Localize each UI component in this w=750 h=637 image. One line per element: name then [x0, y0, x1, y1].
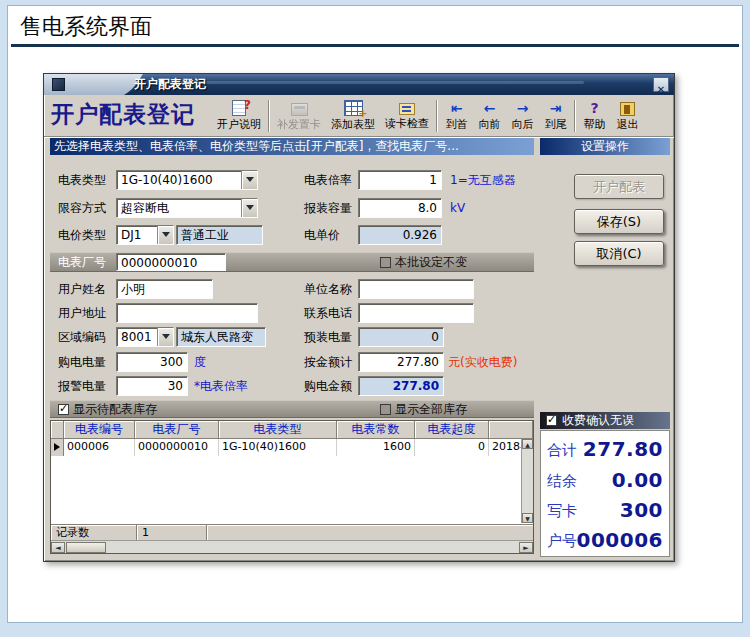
column-header[interactable]: 电表厂号	[135, 421, 219, 439]
user-name-input[interactable]	[116, 279, 213, 299]
chevron-down-icon[interactable]	[241, 199, 257, 217]
alarm-qty-input[interactable]	[116, 376, 188, 396]
area-name-field: 城东人民路变	[176, 327, 266, 347]
toolbar-button-label: 到首	[446, 117, 468, 132]
table-header: 电表编号 电表厂号 电表类型 电表常数 电表起度	[51, 421, 533, 439]
address-label: 用户地址	[58, 303, 106, 323]
install-capacity-input[interactable]	[358, 198, 442, 218]
content-panel: 售电系统界面 开户配表登记 开户配表登记 开户说明	[7, 5, 743, 623]
factory-no-field: 0000000010	[116, 253, 226, 271]
install-capacity-unit: kV	[450, 198, 465, 218]
meter-type-label: 电表类型	[58, 170, 106, 190]
card-icon	[291, 103, 308, 116]
table-cell: 0	[415, 439, 489, 456]
selector-header-cell	[51, 421, 64, 439]
area-code-combo[interactable]: 8001	[116, 327, 174, 347]
table-vertical-scrollbar[interactable]	[521, 439, 533, 523]
table-cell: 0000000010	[135, 439, 219, 456]
summary-value: 0.00	[612, 468, 663, 492]
open-account-help-button[interactable]: 开户说明	[212, 97, 266, 135]
all-stock-checkbox[interactable]: 显示全部库存	[380, 401, 467, 417]
settings-header: 设置操作	[540, 138, 670, 155]
last-icon	[541, 100, 570, 116]
column-header[interactable]	[489, 421, 533, 439]
hint-bar: 先选择电表类型、电表倍率、电价类型等后点击[开户配表]，查找电表厂号...	[50, 138, 534, 155]
doc-question-icon	[232, 100, 246, 116]
close-icon	[657, 84, 665, 95]
chevron-down-icon[interactable]	[157, 328, 173, 346]
read-card-check-button[interactable]: 读卡检查	[380, 97, 434, 135]
pending-stock-checkbox[interactable]: 显示待配表库存	[58, 401, 157, 417]
meter-type-combo[interactable]: 1G-10(40)1600	[116, 170, 258, 190]
toolbar-button-label: 开户说明	[217, 117, 261, 132]
column-header[interactable]: 电表常数	[337, 421, 415, 439]
go-first-button[interactable]: 到首	[440, 97, 473, 135]
close-button[interactable]	[653, 77, 669, 92]
phone-input[interactable]	[358, 303, 474, 323]
row-selector-cell	[51, 439, 64, 456]
toolbar-button-label: 读卡检查	[385, 116, 429, 131]
scroll-right-icon[interactable]	[519, 542, 533, 553]
open-account-button: 开户配表	[574, 174, 664, 199]
table-horizontal-scrollbar[interactable]	[51, 540, 533, 553]
purchase-amount-field: 277.80	[358, 376, 444, 396]
batch-unchanged-checkbox[interactable]: 本批设定不变	[380, 254, 467, 270]
checkbox-icon	[380, 257, 391, 268]
chevron-down-icon[interactable]	[241, 171, 257, 189]
exit-icon	[620, 102, 635, 116]
purchase-qty-input[interactable]	[116, 352, 188, 372]
go-last-button[interactable]: 到尾	[539, 97, 572, 135]
scroll-left-icon[interactable]	[51, 542, 65, 553]
by-amount-note: 元(实收电费)	[448, 352, 517, 372]
save-button[interactable]: 保存(S)	[574, 209, 664, 234]
scroll-down-icon[interactable]	[522, 513, 533, 523]
capacity-mode-combo[interactable]: 超容断电	[116, 198, 258, 218]
brand-title: 开户配表登记	[51, 99, 213, 130]
scroll-up-icon[interactable]	[522, 439, 533, 449]
meter-ratio-label: 电表倍率	[304, 170, 352, 190]
address-input[interactable]	[116, 303, 258, 323]
column-header[interactable]: 电表类型	[219, 421, 337, 439]
by-amount-label: 按金额计	[304, 352, 352, 372]
go-next-button[interactable]: 向后	[506, 97, 539, 135]
purchase-amount-label: 购电金额	[304, 376, 352, 396]
exit-button[interactable]: 退出	[611, 97, 644, 135]
summary-label: 结余	[547, 472, 577, 491]
toolbar-button-label: 向后	[512, 117, 534, 132]
toolbar-button-label: 到尾	[545, 117, 567, 132]
unit-price-label: 电单价	[304, 225, 340, 245]
go-previous-button[interactable]: 向前	[473, 97, 506, 135]
toolbar-button-label: 向前	[479, 117, 501, 132]
help-icon	[585, 100, 604, 116]
help-button[interactable]: 帮助	[578, 97, 611, 135]
summary-value: 277.80	[583, 437, 663, 461]
cancel-button[interactable]: 取消(C)	[574, 241, 664, 266]
summary-label: 户号	[547, 532, 577, 551]
summary-row-account-no: 户号 000006	[546, 526, 664, 556]
table-row[interactable]: 000006 0000000010 1G-10(40)1600 1600 0 2…	[51, 439, 533, 456]
table-cell: 000006	[64, 439, 135, 456]
add-meter-type-button[interactable]: 添加表型	[326, 97, 380, 135]
column-header[interactable]: 电表编号	[64, 421, 135, 439]
summary-row-balance: 结余 0.00	[546, 466, 664, 496]
title-rule	[11, 44, 739, 47]
checkbox-icon	[380, 404, 391, 415]
by-amount-input[interactable]	[358, 352, 444, 372]
price-type-name-field: 普通工业	[176, 225, 263, 245]
org-name-input[interactable]	[358, 279, 474, 299]
fee-confirm-checkbox[interactable]	[546, 415, 557, 426]
window-icon	[52, 78, 65, 91]
phone-label: 联系电话	[304, 303, 352, 323]
meter-ratio-input[interactable]	[358, 170, 442, 190]
toolbar-buttons: 开户说明 补发置卡 添加表型 读卡检查	[212, 96, 672, 136]
chevron-down-icon[interactable]	[157, 226, 173, 244]
capacity-mode-label: 限容方式	[58, 198, 106, 218]
price-type-combo[interactable]: DJ1	[116, 225, 174, 245]
combo-value: DJ1	[121, 227, 156, 244]
meter-ratio-note: 1=无互感器	[450, 170, 516, 190]
window-titlebar[interactable]: 开户配表登记	[44, 74, 674, 95]
scroll-thumb[interactable]	[66, 542, 106, 553]
summary-row-total: 合计 277.80	[546, 435, 664, 465]
column-header[interactable]: 电表起度	[415, 421, 489, 439]
purchase-qty-unit: 度	[194, 352, 206, 372]
